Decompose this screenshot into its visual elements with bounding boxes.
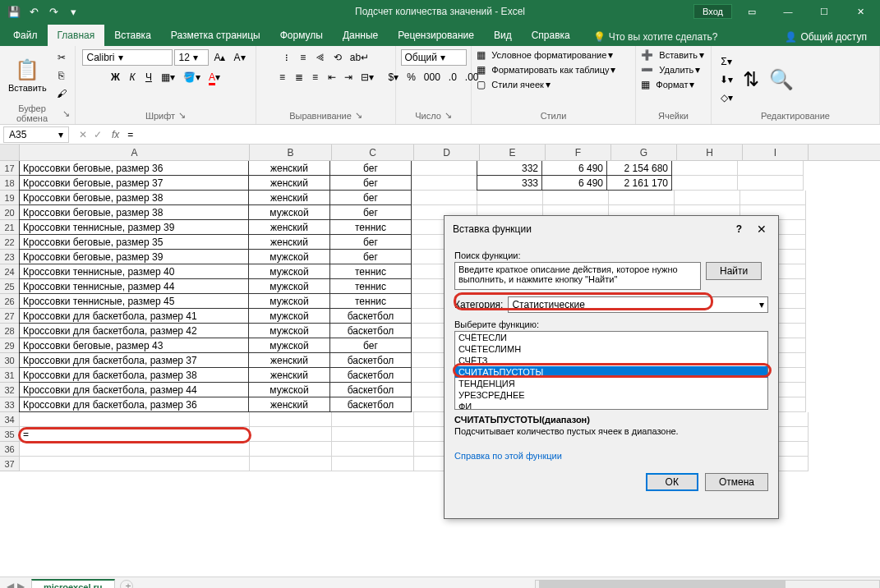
orientation-icon[interactable]: ⟲ bbox=[330, 49, 345, 66]
cell[interactable] bbox=[738, 161, 804, 176]
search-function-input[interactable]: Введите краткое описание действия, котор… bbox=[454, 262, 701, 290]
cell[interactable]: = bbox=[20, 427, 250, 442]
cell[interactable] bbox=[250, 412, 332, 427]
cell[interactable]: женский bbox=[248, 219, 330, 235]
format-table-button[interactable]: ▦ Форматировать как таблицу▾ bbox=[477, 64, 615, 76]
cell[interactable]: женский bbox=[248, 367, 330, 383]
ribbon-options-icon[interactable]: ▭ bbox=[735, 0, 768, 23]
sort-filter-button[interactable]: ⇅ bbox=[739, 67, 763, 93]
row-header[interactable]: 31 bbox=[0, 368, 20, 383]
merge-icon[interactable]: ⊟▾ bbox=[357, 69, 377, 85]
italic-button[interactable]: К bbox=[125, 69, 140, 85]
cell[interactable]: мужской bbox=[248, 278, 330, 294]
cancel-button[interactable]: Отмена bbox=[705, 473, 768, 491]
align-left-icon[interactable]: ≡ bbox=[275, 69, 290, 85]
help-link[interactable]: Справка по этой функции bbox=[454, 451, 562, 461]
cell[interactable]: 333 bbox=[477, 175, 542, 191]
cell[interactable]: Кроссовки для баскетбола, размер 38 bbox=[19, 367, 249, 383]
formula-input[interactable] bbox=[122, 127, 880, 142]
dialog-close-icon[interactable]: ✕ bbox=[753, 223, 770, 236]
cell[interactable]: Кроссовки теннисные, размер 39 bbox=[19, 219, 249, 235]
row-header[interactable]: 22 bbox=[0, 235, 20, 250]
cell[interactable]: Кроссовки беговые, размер 38 bbox=[19, 204, 249, 220]
row-header[interactable]: 32 bbox=[0, 383, 20, 397]
number-format-combo[interactable]: Общий▾ bbox=[401, 49, 467, 66]
cell[interactable]: бег bbox=[329, 204, 412, 220]
indent-inc-icon[interactable]: ⇥ bbox=[341, 69, 356, 85]
function-list-item[interactable]: СЧЁТЗ bbox=[455, 355, 767, 366]
cell[interactable]: теннис bbox=[329, 293, 412, 309]
dialog-launcher-icon[interactable]: ↘ bbox=[62, 108, 70, 119]
cell[interactable] bbox=[543, 191, 609, 205]
percent-icon[interactable]: % bbox=[403, 69, 419, 85]
cell[interactable]: теннис bbox=[329, 264, 412, 279]
cell[interactable]: бег bbox=[329, 338, 412, 353]
tab-review[interactable]: Рецензирование bbox=[388, 25, 484, 46]
row-header[interactable]: 18 bbox=[0, 176, 20, 191]
font-color-icon[interactable]: A▾ bbox=[205, 69, 223, 85]
tab-file[interactable]: Файл bbox=[3, 25, 48, 46]
column-header[interactable]: F bbox=[546, 145, 611, 160]
cell[interactable] bbox=[675, 191, 740, 205]
font-name-combo[interactable]: Calibri▾ bbox=[82, 49, 173, 66]
qat-dropdown-icon[interactable]: ▾ bbox=[66, 4, 81, 19]
copy-icon[interactable]: ⎘ bbox=[53, 67, 70, 84]
wrap-text-icon[interactable]: ab↵ bbox=[347, 49, 372, 66]
sheet-nav-next-icon[interactable]: ▶ bbox=[17, 581, 25, 589]
cell[interactable] bbox=[250, 457, 332, 471]
dialog-launcher-icon[interactable]: ↘ bbox=[355, 110, 362, 121]
cell[interactable]: Кроссовки для баскетбола, размер 41 bbox=[19, 308, 249, 324]
cancel-formula-icon[interactable]: ✕ bbox=[79, 129, 87, 140]
undo-icon[interactable]: ↶ bbox=[26, 4, 41, 19]
sheet-nav-prev-icon[interactable]: ◀ bbox=[7, 581, 14, 589]
fill-color-icon[interactable]: 🪣▾ bbox=[180, 69, 204, 85]
row-header[interactable]: 30 bbox=[0, 353, 20, 368]
cell[interactable] bbox=[672, 161, 738, 176]
sheet-tab[interactable]: microexcel.ru bbox=[31, 579, 115, 589]
minimize-icon[interactable]: — bbox=[772, 0, 804, 23]
insert-cells-button[interactable]: ➕ Вставить▾ bbox=[641, 49, 704, 61]
horizontal-scrollbar[interactable] bbox=[535, 580, 880, 589]
row-header[interactable]: 29 bbox=[0, 338, 20, 353]
cell[interactable] bbox=[609, 191, 675, 205]
row-header[interactable]: 27 bbox=[0, 309, 20, 324]
currency-icon[interactable]: $▾ bbox=[385, 69, 402, 85]
column-header[interactable]: B bbox=[250, 145, 332, 160]
cell[interactable]: женский bbox=[248, 175, 330, 191]
function-list-item[interactable]: СЧЁТЕСЛИМН bbox=[455, 343, 767, 355]
cell[interactable]: Кроссовки теннисные, размер 44 bbox=[19, 278, 249, 294]
cell[interactable]: женский bbox=[248, 397, 330, 412]
underline-button[interactable]: Ч bbox=[141, 69, 156, 85]
find-select-button[interactable]: 🔍 bbox=[766, 67, 797, 93]
cell[interactable]: мужской bbox=[248, 382, 330, 397]
cell[interactable]: 2 161 170 bbox=[606, 175, 672, 191]
cell[interactable]: мужской bbox=[248, 249, 330, 264]
format-painter-icon[interactable]: 🖌 bbox=[53, 85, 70, 102]
function-list[interactable]: СЧЁТЕСЛИСЧЁТЕСЛИМНСЧЁТЗСЧИТАТЬПУСТОТЫТЕН… bbox=[454, 331, 768, 410]
cell[interactable]: Кроссовки для баскетбола, размер 44 bbox=[19, 382, 249, 397]
cell[interactable]: баскетбол bbox=[329, 367, 412, 383]
cell[interactable]: Кроссовки беговые, размер 36 bbox=[19, 160, 249, 176]
align-middle-icon[interactable]: ≡ bbox=[296, 49, 311, 66]
cell[interactable] bbox=[20, 412, 250, 427]
paste-button[interactable]: 📋 Вставить bbox=[5, 57, 50, 94]
fx-icon[interactable]: fx bbox=[108, 129, 122, 140]
cell[interactable] bbox=[672, 176, 738, 191]
cell[interactable]: женский bbox=[248, 160, 330, 176]
align-right-icon[interactable]: ≡ bbox=[308, 69, 323, 85]
cell[interactable] bbox=[20, 442, 250, 457]
cell[interactable]: 332 bbox=[477, 160, 542, 176]
autosum-icon[interactable]: Σ▾ bbox=[716, 53, 736, 70]
cell[interactable]: Кроссовки теннисные, размер 45 bbox=[19, 293, 249, 309]
cell[interactable]: Кроссовки беговые, размер 43 bbox=[19, 338, 249, 353]
name-box[interactable]: A35▾ bbox=[3, 126, 69, 143]
row-header[interactable]: 36 bbox=[0, 442, 20, 457]
cell[interactable]: женский bbox=[248, 352, 330, 368]
cell[interactable]: баскетбол bbox=[329, 308, 412, 324]
format-cells-button[interactable]: ▦ Формат▾ bbox=[641, 79, 694, 90]
maximize-icon[interactable]: ☐ bbox=[808, 0, 841, 23]
function-list-item[interactable]: СЧИТАТЬПУСТОТЫ bbox=[455, 366, 767, 378]
function-list-item[interactable]: СЧЁТЕСЛИ bbox=[455, 332, 767, 343]
delete-cells-button[interactable]: ➖ Удалить▾ bbox=[641, 64, 700, 76]
function-list-item[interactable]: ТЕНДЕНЦИЯ bbox=[455, 378, 767, 389]
